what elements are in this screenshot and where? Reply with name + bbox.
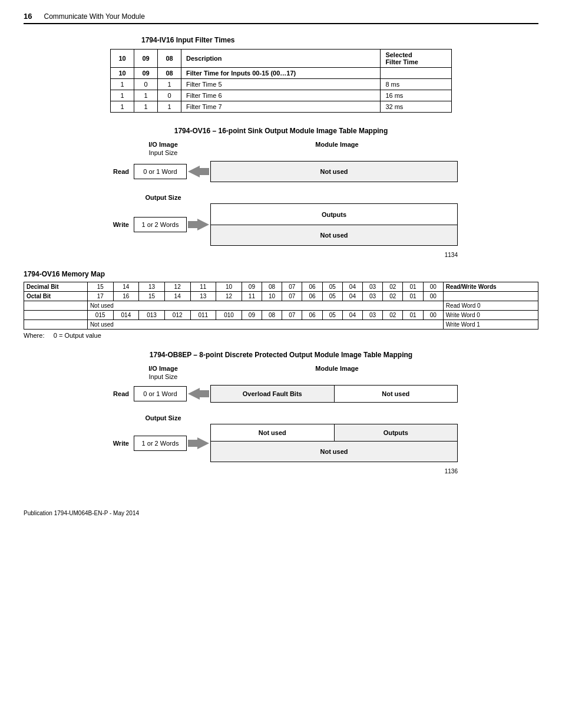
ov16-input-size-label: Input Size	[134, 149, 193, 156]
ob8ep-input-size-label: Input Size	[134, 373, 193, 380]
decimal-bit-header: Decimal Bit	[24, 282, 88, 292]
ob8ep-read-label: Read	[104, 390, 134, 397]
ov16-memory-table: Decimal Bit 15141312 11100908 07060504 0…	[24, 282, 538, 330]
ov16-diagram-container: I/O Image Input Size Module Image Read 0…	[104, 141, 458, 258]
ov16-module-read-col: Not used	[210, 161, 458, 182]
table-row: Not used Write Word 1	[24, 320, 538, 330]
ob8ep-write-row: Write 1 or 2 Words Not used Outputs Not …	[104, 424, 458, 462]
ob8ep-output-size-label: Output Size	[134, 414, 193, 421]
filter-time-inputs-desc: Filter Time for Inputs 00-15 (00…17)	[181, 68, 381, 79]
ov16-header-row: I/O Image Input Size Module Image	[104, 141, 458, 159]
svg-marker-2	[188, 388, 209, 400]
ob8ep-diagram-section: 1794-OB8EP – 8-point Discrete Protected …	[24, 351, 538, 475]
ob8ep-write-label: Write	[104, 440, 134, 447]
ov16-module-image-label: Module Image	[216, 141, 458, 148]
ov16-read-arrow	[187, 166, 210, 177]
table-row: 015014013012 0110100908 07060504 0302010…	[24, 311, 538, 320]
ob8ep-figure-num: 1136	[104, 468, 458, 475]
ob8ep-output-size-row: Output Size	[104, 409, 458, 423]
ob8ep-diagram-title: 1794-OB8EP – 8-point Discrete Protected …	[24, 351, 538, 359]
ob8ep-write-left-top: Not used	[211, 424, 335, 441]
footer: Publication 1794-UM064B-EN-P - May 2014	[24, 510, 538, 516]
footer-text: Publication 1794-UM064B-EN-P - May 2014	[24, 510, 139, 516]
page-title: Communicate With Your Module	[44, 12, 144, 21]
col-description: Description	[181, 50, 381, 68]
ob8ep-module-read-col: Overload Fault Bits Not used	[210, 385, 458, 403]
ov16-write-row: Write 1 or 2 Words Outputs Not used	[104, 203, 458, 246]
ob8ep-read-split: Overload Fault Bits Not used	[210, 385, 458, 403]
ov16-read-label: Read	[104, 168, 134, 175]
ob8ep-write-top-split: Not used Outputs	[210, 424, 458, 441]
ov16-output-size-row: Output Size	[104, 188, 458, 202]
ov16-read-row: Read 0 or 1 Word Not used	[104, 161, 458, 182]
ob8ep-header-row: I/O Image Input Size Module Image	[104, 365, 458, 383]
ob8ep-write-bottom: Not used	[210, 441, 458, 462]
ob8ep-read-arrow	[187, 388, 210, 400]
page-header: 16 Communicate With Your Module	[24, 12, 538, 24]
col-filter-time: SelectedFilter Time	[381, 50, 452, 68]
svg-marker-0	[188, 166, 209, 177]
ov16-read-io-box: 0 or 1 Word	[134, 164, 187, 179]
ov16-memory-section: 1794-OV16 Memory Map Decimal Bit 1514131…	[24, 270, 538, 339]
table-row: 1 0 1 Filter Time 5 8 ms	[111, 79, 452, 90]
table-row: Not used Read Word 0	[24, 301, 538, 311]
filter-times-section: 1794-IV16 Input Filter Times 10 09 08 De…	[24, 36, 538, 113]
octal-bit-header: Octal Bit	[24, 292, 88, 301]
table-row: 1 1 0 Filter Time 6 16 ms	[111, 90, 452, 101]
ob8ep-write-arrow	[187, 437, 210, 449]
ov16-write-label: Write	[104, 221, 134, 228]
ov16-module-write-bottom: Not used	[210, 225, 458, 246]
ov16-io-image-label: I/O Image	[134, 141, 193, 148]
ob8ep-read-io-box: 0 or 1 Word	[134, 386, 187, 401]
svg-marker-1	[188, 219, 209, 230]
ov16-diagram-section: 1794-OV16 – 16-point Sink Output Module …	[24, 127, 538, 258]
ov16-module-write-col: Outputs Not used	[210, 203, 458, 246]
ov16-diagram-title: 1794-OV16 – 16-point Sink Output Module …	[24, 127, 538, 135]
ob8ep-module-image-label: Module Image	[216, 365, 458, 372]
where-value: 0 = Output value	[54, 332, 101, 339]
where-label: Where:	[24, 332, 44, 339]
col-10: 10	[111, 50, 134, 68]
col-09: 09	[134, 50, 158, 68]
filter-times-table: 10 09 08 Description SelectedFilter Time…	[110, 49, 452, 113]
readwrite-header: Read/Write Words	[443, 282, 538, 292]
ov16-write-io-box: 1 or 2 Words	[134, 217, 187, 232]
ob8ep-read-left: Overload Fault Bits	[211, 386, 335, 402]
ov16-write-arrow	[187, 219, 210, 230]
ov16-module-read-box: Not used	[210, 161, 458, 182]
page-number: 16	[24, 12, 32, 21]
ob8ep-write-right-top: Outputs	[335, 424, 458, 441]
col-08-header: 08	[158, 68, 181, 79]
table-row: 1 1 1 Filter Time 7 32 ms	[111, 101, 452, 113]
ob8ep-module-write-col: Not used Outputs Not used	[210, 424, 458, 462]
col-08: 08	[158, 50, 181, 68]
ob8ep-read-right: Not used	[335, 386, 458, 402]
ob8ep-read-row: Read 0 or 1 Word Overload Fault Bits Not…	[104, 385, 458, 403]
filter-times-title: 1794-IV16 Input Filter Times	[141, 36, 538, 44]
ov16-module-write-top: Outputs	[210, 203, 458, 225]
where-row: Where: 0 = Output value	[24, 332, 538, 339]
svg-marker-3	[188, 437, 209, 449]
ov16-memory-title: 1794-OV16 Memory Map	[24, 270, 538, 278]
ov16-output-size-label: Output Size	[134, 194, 193, 201]
col-09-header: 09	[134, 68, 158, 79]
ob8ep-io-image-label: I/O Image	[134, 365, 193, 372]
ob8ep-write-io-box: 1 or 2 Words	[134, 436, 187, 451]
filter-time-selected-header	[381, 68, 452, 79]
col-10-header: 10	[111, 68, 134, 79]
ob8ep-diagram-container: I/O Image Input Size Module Image Read 0…	[104, 365, 458, 475]
ov16-figure-num: 1134	[104, 252, 458, 258]
